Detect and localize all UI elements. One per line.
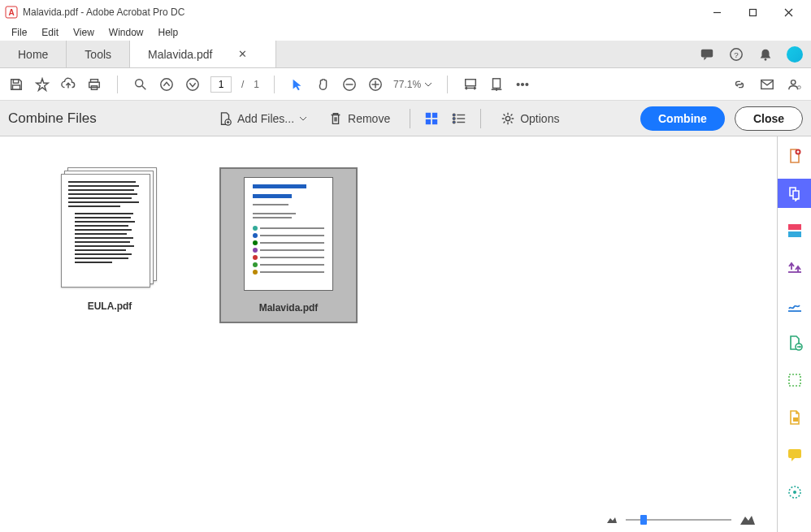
comment-icon[interactable] — [699, 46, 715, 63]
svg-point-41 — [453, 121, 456, 123]
svg-rect-6 — [701, 49, 713, 57]
optimize-icon[interactable] — [785, 482, 804, 502]
star-icon[interactable] — [34, 76, 50, 93]
title-bar: A Malavida.pdf - Adobe Acrobat Pro DC — [0, 0, 811, 24]
svg-rect-11 — [13, 84, 20, 89]
window-controls — [699, 1, 806, 24]
menu-file[interactable]: File — [5, 25, 33, 40]
panel-title: Combine Files — [8, 110, 203, 127]
edit-pdf-icon[interactable] — [785, 221, 804, 240]
page-total: 1 — [254, 79, 259, 90]
add-files-button[interactable]: Add Files... — [211, 108, 314, 129]
help-icon[interactable]: ? — [728, 46, 744, 63]
tab-document-label: Malavida.pdf — [148, 48, 212, 61]
fit-width-icon[interactable] — [462, 76, 479, 93]
zoom-out-icon[interactable] — [341, 76, 358, 93]
share-user-icon[interactable] — [787, 76, 803, 93]
link-icon[interactable] — [731, 76, 748, 93]
file-thumbnail[interactable]: Malavida.pdf — [219, 167, 358, 323]
svg-rect-25 — [493, 78, 501, 88]
email-icon[interactable] — [759, 76, 775, 93]
combine-button[interactable]: Combine — [640, 106, 725, 131]
zoom-dropdown[interactable]: 77.1% — [393, 79, 432, 90]
doc-stack-icon — [61, 167, 158, 289]
menu-bar: File Edit View Window Help — [0, 24, 811, 41]
menu-edit[interactable]: Edit — [35, 25, 65, 40]
svg-rect-3 — [749, 9, 756, 15]
tab-bar: Home Tools Malavida.pdf ✕ ? — [0, 41, 811, 68]
svg-rect-45 — [788, 224, 801, 230]
menu-window[interactable]: Window — [102, 25, 150, 40]
svg-rect-36 — [432, 119, 437, 123]
slider-knob[interactable] — [640, 515, 647, 525]
doc-page-icon — [244, 177, 333, 291]
more-tools-icon[interactable] — [514, 76, 531, 93]
svg-rect-49 — [793, 417, 798, 422]
protect-icon[interactable] — [785, 408, 804, 427]
print-icon[interactable] — [86, 76, 102, 93]
menu-view[interactable]: View — [67, 25, 101, 40]
file-thumbnail[interactable]: EULA.pdf — [49, 167, 171, 312]
file-canvas[interactable]: EULA.pdf Malavida.pdf — [0, 136, 777, 532]
svg-rect-24 — [466, 79, 476, 85]
remove-button[interactable]: Remove — [322, 108, 397, 129]
tab-document[interactable]: Malavida.pdf ✕ — [130, 41, 276, 67]
comment-tool-icon[interactable] — [785, 445, 804, 465]
create-pdf-icon[interactable] — [785, 146, 804, 166]
svg-point-17 — [161, 78, 172, 89]
save-icon[interactable] — [8, 76, 24, 93]
svg-rect-33 — [426, 112, 431, 117]
svg-point-27 — [522, 83, 524, 85]
options-label: Options — [520, 112, 559, 125]
svg-point-28 — [526, 83, 528, 85]
slider-track[interactable] — [626, 519, 731, 521]
thumbnail-zoom-slider[interactable] — [606, 514, 756, 526]
select-tool-icon[interactable] — [289, 76, 306, 93]
svg-rect-13 — [89, 82, 100, 87]
close-panel-button[interactable]: Close — [735, 106, 803, 131]
main-area: EULA.pdf Malavida.pdf — [0, 136, 811, 532]
page-separator: / — [241, 79, 244, 90]
hand-tool-icon[interactable] — [315, 76, 332, 93]
remove-label: Remove — [348, 112, 390, 125]
page-up-icon[interactable] — [158, 76, 175, 93]
page-down-icon[interactable] — [184, 76, 201, 93]
tab-home-label: Home — [18, 48, 48, 61]
page-number-input[interactable] — [210, 76, 232, 93]
cloud-upload-icon[interactable] — [60, 76, 76, 93]
tab-close-icon[interactable]: ✕ — [238, 48, 247, 60]
list-view-icon[interactable] — [451, 110, 467, 127]
svg-point-37 — [453, 114, 456, 116]
svg-rect-46 — [788, 231, 801, 237]
zoom-small-icon — [606, 516, 618, 524]
organize-icon[interactable] — [785, 333, 804, 353]
tab-home[interactable]: Home — [0, 41, 67, 67]
combine-files-icon[interactable] — [778, 179, 812, 208]
export-pdf-icon[interactable] — [785, 258, 804, 278]
combine-label: Combine — [658, 112, 707, 125]
menu-help[interactable]: Help — [152, 25, 185, 40]
options-button[interactable]: Options — [494, 108, 566, 129]
svg-point-9 — [765, 58, 767, 60]
close-window-button[interactable] — [770, 1, 806, 24]
zoom-large-icon — [739, 514, 756, 526]
svg-rect-50 — [788, 449, 801, 458]
thumbnail-view-icon[interactable] — [423, 110, 440, 127]
notifications-icon[interactable] — [757, 46, 774, 63]
account-avatar[interactable] — [787, 46, 803, 63]
redact-icon[interactable] — [785, 370, 804, 390]
svg-point-26 — [517, 83, 519, 85]
tab-tools[interactable]: Tools — [67, 41, 130, 67]
svg-rect-10 — [13, 79, 18, 83]
svg-rect-34 — [432, 112, 437, 117]
fit-page-icon[interactable] — [488, 76, 505, 93]
maximize-button[interactable] — [735, 1, 770, 24]
window-title: Malavida.pdf - Adobe Acrobat Pro DC — [23, 6, 699, 18]
sign-icon[interactable] — [785, 296, 804, 315]
minimize-button[interactable] — [699, 1, 735, 24]
zoom-value: 77.1% — [393, 79, 421, 90]
file-name: EULA.pdf — [49, 301, 171, 312]
find-icon[interactable] — [132, 76, 149, 93]
zoom-in-icon[interactable] — [367, 76, 384, 93]
svg-line-16 — [142, 85, 146, 89]
